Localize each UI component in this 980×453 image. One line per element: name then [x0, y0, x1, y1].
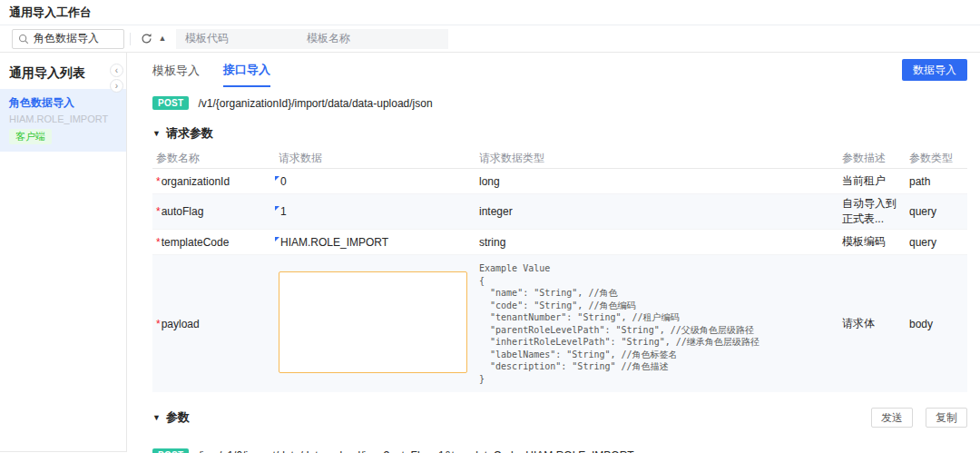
general-import-workbench: 通用导入工作台 ▲ 模板代码 模板名称 通用导入列表 ‹ › 角色数据导入: [0, 0, 980, 453]
param-type-cell: path: [906, 173, 967, 190]
request-params-section-header[interactable]: ▼ 请求参数: [152, 125, 967, 142]
sidebar-title: 通用导入列表: [0, 53, 126, 89]
toolbar: ▲ 模板代码 模板名称: [0, 25, 980, 53]
upload-button[interactable]: ▲: [154, 31, 171, 47]
param-name: autoFlag: [162, 205, 204, 218]
col-header-request-data-type: 请求数据类型: [475, 151, 838, 166]
payload-input-cell: [275, 264, 475, 383]
table-row: *templateCode HIAM.ROLE_IMPORT string 模板…: [152, 230, 967, 255]
table-row: *autoFlag 1 integer 自动导入到正式表... query: [152, 194, 967, 230]
organization-id-value-cell[interactable]: 0: [275, 173, 475, 190]
template-name-label: 模板名称: [298, 31, 419, 46]
col-header-param-type: 参数类型: [906, 151, 967, 166]
endpoint-url: /v1/{organizationId}/import/data/data-up…: [198, 97, 432, 110]
example-value-cell: Example Value { "name": "String", //角色 "…: [475, 255, 838, 392]
auto-flag-value-cell[interactable]: 1: [275, 203, 475, 220]
copy-button[interactable]: 复制: [926, 408, 967, 428]
required-asterisk: *: [156, 175, 161, 188]
params-title: 参数: [166, 409, 190, 426]
title-bar: 通用导入工作台: [0, 0, 980, 25]
col-header-request-data: 请求数据: [275, 151, 475, 166]
param-name-cell: *templateCode: [152, 234, 275, 251]
data-type-cell: integer: [475, 203, 838, 220]
tab-bar: 模板导入 接口导入 数据导入: [152, 53, 967, 87]
data-type-cell: string: [475, 234, 838, 251]
caret-down-icon: ▼: [152, 130, 161, 138]
main-panel: 模板导入 接口导入 数据导入 POST /v1/{organizationId}…: [127, 53, 980, 452]
cell-value: HIAM.ROLE_IMPORT: [279, 236, 388, 249]
cell-value: 0: [279, 175, 287, 188]
edit-flag-icon: [275, 206, 279, 211]
payload-textarea[interactable]: [279, 271, 467, 373]
edit-flag-icon: [275, 237, 279, 241]
param-name-cell: *organizationId: [152, 173, 275, 190]
sidebar-item-name: 角色数据导入: [9, 95, 117, 111]
upload-triangle-icon: ▲: [159, 34, 167, 43]
table-header-row: 参数名称 请求数据 请求数据类型 参数描述 参数类型: [152, 149, 967, 169]
sidebar: 通用导入列表 ‹ › 角色数据导入 HIAM.ROLE_IMPORT 客户端: [0, 53, 127, 452]
result-endpoint-url: /iam/v1/0/import/data/data-upload/json?a…: [198, 449, 633, 453]
example-value-code: Example Value { "name": "String", //角色 "…: [479, 257, 835, 390]
result-endpoint-line: POST /iam/v1/0/import/data/data-upload/j…: [152, 448, 967, 453]
tab-template-import[interactable]: 模板导入: [152, 54, 200, 86]
param-name-cell: *payload: [152, 316, 275, 332]
param-name: templateCode: [162, 236, 230, 249]
param-desc-cell: 请求体: [838, 314, 906, 333]
refresh-button[interactable]: [138, 31, 154, 47]
param-desc-cell: 当前租户: [838, 172, 906, 191]
collapse-left-button[interactable]: ‹: [110, 64, 123, 77]
required-asterisk: *: [156, 236, 161, 249]
endpoint-line: POST /v1/{organizationId}/import/data/da…: [152, 96, 967, 110]
param-desc-cell: 模板编码: [838, 232, 906, 251]
template-code-value-cell[interactable]: HIAM.ROLE_IMPORT: [275, 234, 475, 251]
param-name: organizationId: [162, 175, 230, 188]
sidebar-item-role-import[interactable]: 角色数据导入 HIAM.ROLE_IMPORT 客户端: [0, 89, 126, 152]
param-name-cell: *autoFlag: [152, 203, 275, 220]
param-name: payload: [162, 318, 200, 330]
refresh-icon: [141, 33, 152, 44]
table-row-payload: *payload Example Value { "name": "String…: [152, 255, 967, 392]
edit-flag-icon: [275, 176, 279, 181]
table-row: *organizationId 0 long 当前租户 path: [152, 169, 967, 194]
param-desc-cell: 自动导入到正式表...: [838, 194, 906, 229]
toolbar-divider: [130, 33, 131, 45]
required-asterisk: *: [156, 318, 161, 330]
post-method-badge: POST: [152, 96, 189, 110]
tab-interface-import[interactable]: 接口导入: [223, 53, 270, 87]
param-type-cell: body: [906, 316, 967, 332]
params-section-header[interactable]: ▼ 参数 发送 复制: [152, 408, 967, 428]
cell-value: 1: [279, 205, 287, 218]
search-input[interactable]: [34, 33, 118, 45]
data-import-button[interactable]: 数据导入: [902, 59, 967, 81]
data-type-cell: long: [475, 173, 838, 190]
param-type-cell: query: [906, 234, 967, 251]
col-header-param-desc: 参数描述: [838, 151, 906, 166]
client-badge: 客户端: [9, 129, 52, 144]
collapse-right-button[interactable]: ›: [110, 79, 123, 93]
params-table: 参数名称 请求数据 请求数据类型 参数描述 参数类型 *organization…: [152, 149, 967, 392]
post-method-badge: POST: [152, 448, 189, 453]
sidebar-item-code: HIAM.ROLE_IMPORT: [9, 113, 117, 124]
send-button[interactable]: 发送: [871, 408, 913, 428]
search-icon: [18, 34, 29, 44]
page-title: 通用导入工作台: [9, 5, 92, 21]
template-header-strip: 模板代码 模板名称: [176, 29, 448, 49]
required-asterisk: *: [156, 205, 161, 218]
sidebar-collapse-controls: ‹ ›: [110, 64, 123, 93]
template-code-label: 模板代码: [176, 31, 298, 46]
col-header-param-name: 参数名称: [152, 151, 275, 166]
caret-down-icon: ▼: [152, 414, 161, 422]
search-box[interactable]: [12, 29, 124, 49]
request-params-title: 请求参数: [166, 125, 213, 142]
param-type-cell: query: [906, 203, 967, 220]
